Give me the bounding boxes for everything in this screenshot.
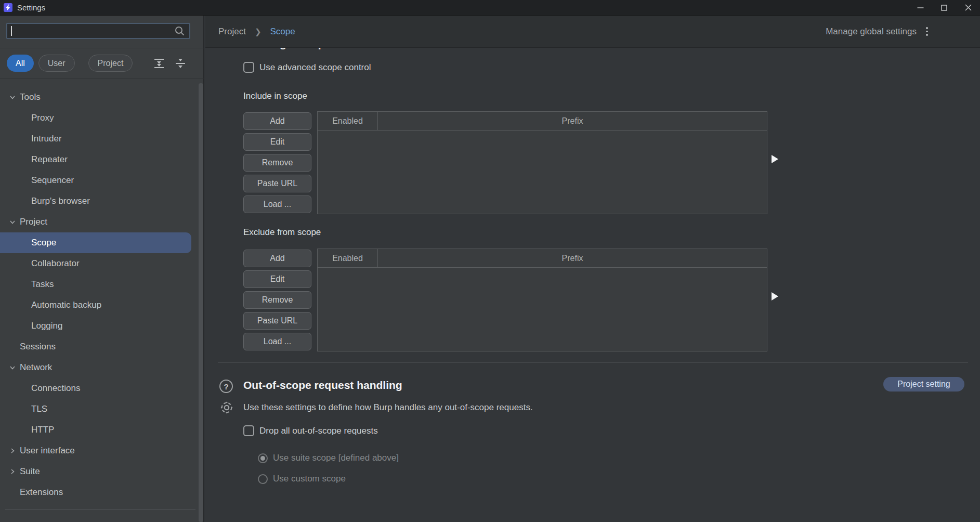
expand-all-icon <box>153 57 165 70</box>
expand-all-button[interactable] <box>152 56 166 70</box>
paste-url-button[interactable]: Paste URL <box>243 175 311 192</box>
divider <box>5 510 195 510</box>
sidebar-item-sequencer[interactable]: Sequencer <box>0 170 204 191</box>
column-header-prefix[interactable]: Prefix <box>378 112 767 130</box>
sidebar-item-logging[interactable]: Logging <box>0 316 204 336</box>
suite-scope-label: Use suite scope [defined above] <box>273 453 399 463</box>
exclude-scope-table[interactable]: Enabled Prefix <box>317 249 767 351</box>
suite-scope-radio[interactable] <box>258 453 268 463</box>
include-button-column: AddEditRemovePaste URLLoad ... <box>243 112 311 216</box>
collapse-all-button[interactable] <box>173 56 187 70</box>
exclude-button-column: AddEditRemovePaste URLLoad ... <box>243 250 311 354</box>
load--button[interactable]: Load ... <box>243 195 311 213</box>
sidebar-item-collaborator[interactable]: Collaborator <box>0 253 204 274</box>
sidebar-item-label: Scope <box>31 238 56 248</box>
maximize-button[interactable] <box>932 0 956 16</box>
sidebar-item-tools[interactable]: Tools <box>0 87 204 108</box>
close-icon <box>965 4 972 11</box>
out-of-scope-description: Use these settings to define how Burp ha… <box>243 402 533 413</box>
sidebar-item-network[interactable]: Network <box>0 357 204 378</box>
suite-scope-radio-row: Use suite scope [defined above] <box>258 453 399 463</box>
sidebar-item-label: Proxy <box>31 113 54 123</box>
sidebar-item-label: Logging <box>31 321 63 331</box>
column-header-enabled[interactable]: Enabled <box>318 112 378 130</box>
add-button[interactable]: Add <box>243 250 311 267</box>
table-header-row: Enabled Prefix <box>318 112 767 130</box>
burp-app-icon <box>4 3 12 12</box>
minimize-button[interactable] <box>908 0 932 16</box>
sidebar-item-user-interface[interactable]: User interface <box>0 440 204 461</box>
tree-toggle-buttons <box>152 56 187 70</box>
sidebar-scrollbar[interactable] <box>199 83 203 522</box>
sidebar-item-label: Extensions <box>20 487 63 498</box>
advanced-scope-control-row: Use advanced scope control <box>243 62 371 73</box>
chevron-right-icon[interactable] <box>9 448 16 454</box>
sidebar-item-label: Connections <box>31 383 81 394</box>
chevron-down-icon[interactable] <box>9 219 16 226</box>
column-header-enabled[interactable]: Enabled <box>318 249 378 267</box>
sidebar-item-suite[interactable]: Suite <box>0 461 204 482</box>
remove-button[interactable]: Remove <box>243 291 311 309</box>
include-scope-table[interactable]: Enabled Prefix <box>317 111 767 214</box>
filter-pill-project[interactable]: Project <box>88 55 133 72</box>
column-header-prefix[interactable]: Prefix <box>378 249 767 267</box>
manage-global-settings-link[interactable]: Manage global settings <box>826 27 917 37</box>
sidebar-item-tasks[interactable]: Tasks <box>0 274 204 295</box>
radio-dot <box>260 456 265 461</box>
filter-pill-all[interactable]: All <box>7 55 34 72</box>
sidebar-item-automatic-backup[interactable]: Automatic backup <box>0 295 204 316</box>
edit-button[interactable]: Edit <box>243 270 311 288</box>
exclude-from-scope-title: Exclude from scope <box>243 227 321 238</box>
load--button[interactable]: Load ... <box>243 333 311 350</box>
chevron-down-icon[interactable] <box>9 94 16 101</box>
table-header-row: Enabled Prefix <box>318 249 767 268</box>
out-of-scope-title: Out-of-scope request handling <box>243 379 402 392</box>
sidebar-item-tls[interactable]: TLS <box>0 399 204 420</box>
text-caret <box>11 26 12 36</box>
search-input[interactable] <box>6 23 190 39</box>
sidebar-item-connections[interactable]: Connections <box>0 378 204 399</box>
table-resize-handle-icon[interactable] <box>772 155 778 163</box>
sidebar-item-label: User interface <box>20 446 75 456</box>
settings-tree: ToolsProxyIntruderRepeaterSequencerBurp'… <box>0 87 204 503</box>
advanced-scope-checkbox[interactable] <box>243 62 254 73</box>
kebab-menu-button[interactable] <box>921 25 933 38</box>
breadcrumb-page[interactable]: Scope <box>270 27 295 37</box>
sidebar-item-label: Automatic backup <box>31 300 101 310</box>
include-in-scope-title: Include in scope <box>243 91 307 101</box>
sidebar-item-scope[interactable]: Scope <box>0 232 191 253</box>
sidebar-item-label: Collaborator <box>31 258 80 269</box>
advanced-scope-label: Use advanced scope control <box>259 62 371 73</box>
sidebar-item-extensions[interactable]: Extensions <box>0 482 204 503</box>
sidebar-item-intruder[interactable]: Intruder <box>0 128 204 149</box>
help-icon[interactable]: ? <box>219 379 233 396</box>
remove-button[interactable]: Remove <box>243 154 311 172</box>
chevron-right-icon[interactable] <box>9 468 16 475</box>
lightning-bolt-icon <box>5 4 11 11</box>
chevron-down-icon[interactable] <box>9 364 16 371</box>
sidebar-item-repeater[interactable]: Repeater <box>0 149 204 170</box>
sidebar-item-label: HTTP <box>31 425 54 435</box>
drop-requests-checkbox[interactable] <box>243 425 254 436</box>
custom-scope-label: Use custom scope <box>273 474 346 484</box>
main-panel: Project ❯ Scope Manage global settings T… <box>205 16 980 522</box>
add-button[interactable]: Add <box>243 112 311 130</box>
sidebar-item-project[interactable]: Project <box>0 212 204 232</box>
project-setting-badge: Project setting <box>883 377 964 392</box>
edit-button[interactable]: Edit <box>243 133 311 151</box>
maximize-icon <box>941 5 947 11</box>
filter-pill-user[interactable]: User <box>38 55 75 72</box>
breadcrumb-section[interactable]: Project <box>218 27 246 37</box>
sidebar-item-sessions[interactable]: Sessions <box>0 336 204 357</box>
close-button[interactable] <box>956 0 980 16</box>
collapse-all-icon <box>174 57 187 70</box>
sidebar-item-proxy[interactable]: Proxy <box>0 108 204 128</box>
custom-scope-radio[interactable] <box>258 474 268 484</box>
sidebar-item-label: Burp's browser <box>31 196 90 206</box>
sidebar-item-label: Repeater <box>31 154 68 165</box>
sidebar-item-burp-s-browser[interactable]: Burp's browser <box>0 191 204 212</box>
sidebar-item-http[interactable]: HTTP <box>0 420 204 440</box>
sidebar-item-label: Suite <box>20 466 40 477</box>
table-resize-handle-icon[interactable] <box>772 292 778 301</box>
paste-url-button[interactable]: Paste URL <box>243 312 311 330</box>
